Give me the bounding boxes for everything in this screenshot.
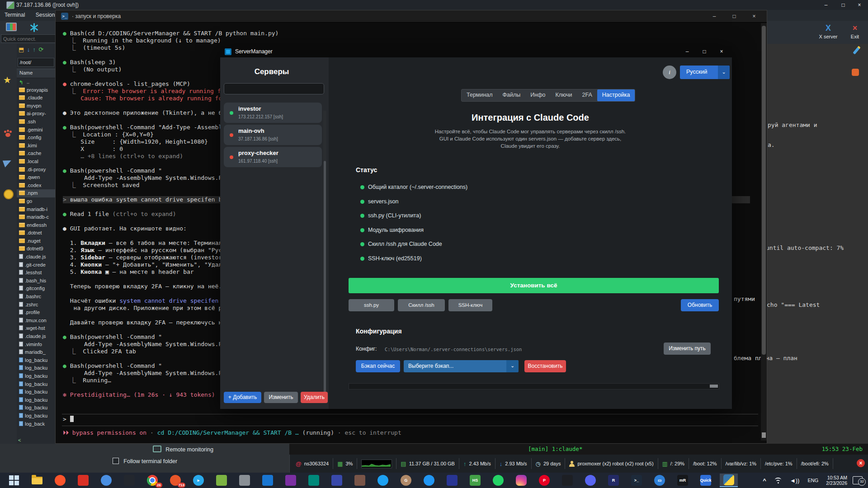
file-row[interactable]: endlessh	[17, 221, 55, 230]
terminal-scrollbar[interactable]	[761, 23, 767, 441]
claude-input-line[interactable]: >	[63, 416, 74, 422]
scrollbar-thumb[interactable]	[762, 26, 766, 355]
horizontal-scrollbar-thumb[interactable]	[710, 385, 718, 388]
file-row[interactable]: log_back	[17, 420, 55, 428]
blue-app-icon[interactable]	[328, 474, 346, 487]
statusbar-item[interactable]: ▦3%	[333, 458, 357, 469]
server-card[interactable]: proxy-checker161.97.118.40 [ssh]	[224, 147, 322, 167]
terminal-minimize-button[interactable]: –	[705, 11, 723, 21]
orange-app-icon[interactable]	[852, 69, 859, 76]
file-explorer-icon[interactable]	[28, 474, 46, 487]
sidebar-scrollbar[interactable]	[323, 111, 326, 395]
pinterest-icon[interactable]: P	[535, 474, 553, 487]
remote-desktop-icon[interactable]: ▭	[651, 474, 669, 487]
file-row[interactable]: log_backu	[17, 388, 55, 396]
telegram-icon[interactable]: ▸	[189, 474, 208, 487]
statusbar-close-icon[interactable]: ×	[857, 459, 865, 467]
files-column-header[interactable]: Name	[17, 69, 55, 78]
file-row[interactable]: .claude.js	[17, 333, 55, 341]
sidebar-scrollbar-thumb[interactable]	[324, 161, 326, 393]
file-row[interactable]: .gemini	[17, 126, 55, 134]
delete-server-button[interactable]: Удалить	[301, 392, 328, 403]
mobaxterm-minimize-button[interactable]: –	[818, 0, 834, 10]
favorites-star-icon[interactable]: ★	[3, 75, 11, 85]
file-row[interactable]: go	[17, 197, 55, 206]
file-row[interactable]: .viminfo	[17, 341, 55, 349]
file-row[interactable]: ↰..	[17, 78, 55, 86]
sm-close-button[interactable]: ×	[713, 47, 730, 57]
chrome-icon[interactable]: 26	[143, 474, 161, 487]
telegram-plane-icon[interactable]	[3, 158, 13, 167]
gray-app-icon[interactable]	[236, 474, 254, 487]
scrollbar-bottom-handle[interactable]	[762, 432, 766, 438]
file-row[interactable]: .lesshst	[17, 269, 55, 277]
terminal-close-button[interactable]: ×	[745, 11, 763, 21]
file-row[interactable]: proxyapis	[17, 86, 55, 94]
backup-now-button[interactable]: Бэкап сейчас	[356, 360, 400, 372]
start-button[interactable]	[5, 474, 23, 487]
blue-profile-icon[interactable]	[97, 474, 115, 487]
quick-connect-input[interactable]	[1, 34, 60, 43]
orange-browser-icon[interactable]: 713	[166, 474, 184, 487]
teal-app-icon[interactable]	[305, 474, 323, 487]
notepad-icon[interactable]	[212, 474, 231, 487]
statusbar-item[interactable]: /boot: 12%	[689, 458, 722, 469]
file-row[interactable]: mariadb_	[17, 348, 55, 357]
file-row[interactable]: log_backu	[17, 372, 55, 380]
component-button-3[interactable]: SSH-ключ	[448, 299, 492, 311]
blue-circle-icon[interactable]	[420, 474, 438, 487]
file-row[interactable]: .config	[17, 134, 55, 142]
file-row[interactable]: .git-crede	[17, 261, 55, 269]
remote-monitoring-toggle[interactable]: Remote monitoring	[153, 446, 213, 453]
exit-button[interactable]: × Exit	[844, 22, 865, 39]
powershell-icon[interactable]: >_	[627, 474, 646, 487]
rstudio-icon[interactable]: R	[604, 474, 623, 487]
file-row[interactable]: .local	[17, 158, 55, 166]
hs-app-icon[interactable]: HS	[466, 474, 484, 487]
file-row[interactable]: ai-proxy-	[17, 110, 55, 118]
download-icon[interactable]: ↓	[27, 46, 30, 53]
file-row[interactable]: .qwen	[17, 174, 55, 182]
sm-minimize-button[interactable]: –	[679, 47, 696, 57]
instagram-icon[interactable]	[512, 474, 530, 487]
file-row[interactable]: mariadb-c	[17, 213, 55, 221]
file-row[interactable]: mariadb-i	[17, 206, 55, 214]
tab-ключи[interactable]: Ключи	[550, 89, 577, 101]
file-row[interactable]: .bashrc	[17, 293, 55, 301]
whatsapp-icon[interactable]	[489, 474, 507, 487]
brave-icon[interactable]	[51, 474, 69, 487]
x-server-button[interactable]: X X server	[816, 22, 841, 39]
file-row[interactable]: log_backu	[17, 412, 55, 420]
tab-инфо[interactable]: Инфо	[525, 89, 550, 101]
quick-share-icon[interactable]: Quick	[697, 474, 715, 487]
statusbar-item[interactable]: ▥/: 29%	[658, 458, 689, 469]
statusbar-item[interactable]: /var/lib/vz: 1%	[722, 458, 761, 469]
vscode-icon[interactable]	[259, 474, 277, 487]
file-row[interactable]: .cache	[17, 150, 55, 158]
mremoteng-icon[interactable]: mR	[674, 474, 692, 487]
install-all-button[interactable]: Установить всё	[349, 278, 719, 293]
backup-select-dropdown[interactable]: Выберите бэкап... ⌄	[404, 360, 519, 372]
paw-icon[interactable]	[4, 130, 12, 138]
mobaxterm-maximize-button[interactable]: □	[835, 0, 851, 10]
tab-2fa[interactable]: 2FA	[577, 89, 597, 101]
restore-button[interactable]: Восстановить	[524, 360, 566, 372]
upload-icon[interactable]: ↑	[33, 46, 36, 53]
file-row[interactable]: log_backu	[17, 396, 55, 404]
file-row[interactable]: .bash_his	[17, 277, 55, 285]
file-row[interactable]: log_backu	[17, 357, 55, 365]
folder-up-icon[interactable]: ⬒	[19, 46, 24, 53]
file-row[interactable]: log_backu	[17, 364, 55, 372]
pen-icon[interactable]	[853, 46, 860, 54]
statusbar-item[interactable]: ↑2.43 Mb/s	[459, 458, 495, 469]
statusbar-item[interactable]: ▤11.37 GB / 31.00 GB	[396, 458, 459, 469]
file-row[interactable]: .codex	[17, 182, 55, 190]
statusbar-item[interactable]: ↓2.93 Mb/s	[495, 458, 532, 469]
statusbar-item[interactable]: proxmoxer (x2) robot (x2) root (x5)	[565, 458, 658, 469]
volume-icon[interactable]: ◄))	[790, 477, 800, 484]
file-row[interactable]: .gitconfig	[17, 285, 55, 293]
language-indicator[interactable]: ENG	[807, 478, 818, 483]
black-app-icon[interactable]	[558, 474, 576, 487]
statusbar-item[interactable]: @ns3063324	[292, 458, 333, 469]
python-icon[interactable]	[720, 474, 738, 487]
